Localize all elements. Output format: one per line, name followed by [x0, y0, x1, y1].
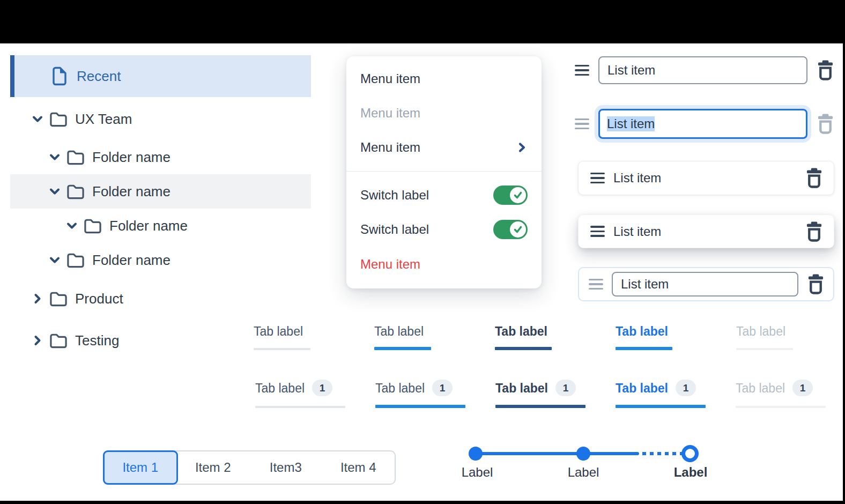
trash-icon[interactable]: [817, 60, 834, 80]
tree-item-product[interactable]: Product: [10, 281, 311, 316]
switch-label: Switch label: [360, 188, 429, 203]
trash-icon[interactable]: [805, 168, 823, 188]
stepper-label-3: Label: [664, 465, 717, 480]
tab-badge: 1: [792, 380, 813, 396]
tab-label: Tab label: [254, 323, 310, 339]
tab-badge: 1: [676, 380, 696, 396]
tab-underline: [374, 347, 431, 350]
tree-item-folder-4[interactable]: Folder name: [10, 243, 311, 277]
tree-item-label: Product: [75, 291, 123, 307]
segmented-item-label: Item3: [270, 460, 302, 475]
file-icon: [51, 66, 67, 86]
tree-item-label: Folder name: [92, 183, 171, 200]
drag-handle-icon[interactable]: [590, 173, 605, 184]
menu-item-2-disabled: Menu item: [346, 96, 542, 130]
tab-active-navy-badged[interactable]: Tab label 1: [495, 380, 585, 408]
tab-active-badged[interactable]: Tab label 1: [375, 380, 465, 408]
tree-item-ux-team[interactable]: UX Team: [10, 102, 311, 136]
menu-switch-row-2: Switch label: [346, 212, 542, 247]
tab-badge: 1: [432, 380, 453, 396]
stepper-dot-3-open[interactable]: [681, 445, 699, 462]
tree-item-label: Folder name: [92, 149, 171, 166]
chevron-down-icon[interactable]: [65, 219, 78, 232]
tab-label: Tab label: [255, 380, 305, 396]
stepper-dot-1[interactable]: [469, 447, 483, 461]
segmented-item-label: Item 2: [195, 460, 231, 475]
tree-item-recent[interactable]: Recent: [10, 55, 311, 97]
tree-item-folder-3[interactable]: Folder name: [10, 209, 311, 243]
menu-item-label: Menu item: [360, 257, 420, 272]
segmented-item-2[interactable]: Item 2: [177, 451, 250, 484]
tab-underline: [375, 405, 465, 408]
folder-icon: [84, 218, 102, 234]
tree-item-label: Folder name: [109, 218, 188, 234]
tab-active[interactable]: Tab label: [374, 323, 431, 350]
tree-item-folder-2[interactable]: Folder name: [10, 174, 311, 209]
trash-icon[interactable]: [817, 114, 834, 134]
segmented-item-3[interactable]: Item3: [249, 451, 322, 484]
tab-underline: [495, 347, 552, 350]
tab-underline: [616, 347, 672, 350]
list-item-input[interactable]: [612, 272, 798, 297]
folder-icon: [66, 183, 85, 200]
tab-underline: [736, 406, 826, 408]
menu-item-1[interactable]: Menu item: [346, 62, 542, 96]
tree-item-folder-1[interactable]: Folder name: [10, 140, 311, 174]
stepper-dot-2[interactable]: [576, 447, 590, 461]
drag-handle-icon[interactable]: [589, 279, 603, 290]
chevron-right-icon[interactable]: [31, 334, 44, 347]
drag-handle-icon[interactable]: [590, 226, 605, 237]
folder-icon: [49, 291, 68, 307]
tree-item-label: Folder name: [92, 252, 171, 269]
segmented-item-4[interactable]: Item 4: [322, 451, 395, 484]
switch-toggle-on[interactable]: [493, 220, 528, 239]
segmented-control: Item 1 Item 2 Item3 Item 4: [103, 450, 396, 485]
tabs-row-2: Tab label 1 Tab label 1 Tab label 1 Tab …: [255, 380, 826, 408]
trash-icon[interactable]: [807, 274, 825, 294]
menu-item-danger[interactable]: Menu item: [346, 247, 542, 282]
chevron-down-icon[interactable]: [48, 254, 61, 266]
switch-label: Switch label: [360, 222, 429, 237]
tab-active-primary-badged[interactable]: Tab label 1: [616, 380, 706, 408]
folder-icon: [49, 332, 68, 349]
tab-label: Tab label: [375, 380, 425, 396]
menu-item-3-submenu[interactable]: Menu item: [346, 130, 542, 165]
chevron-right-icon[interactable]: [31, 292, 44, 305]
folder-icon: [49, 111, 68, 128]
tree-item-label: Testing: [75, 332, 119, 349]
menu-item-label: Menu item: [360, 71, 420, 86]
tab-disabled: Tab label: [736, 323, 793, 350]
tab-inactive-badged[interactable]: Tab label 1: [255, 380, 345, 408]
stepper-label-2: Label: [557, 465, 610, 480]
chevron-down-icon[interactable]: [31, 113, 44, 125]
tabs-row-1: Tab label Tab label Tab label Tab label …: [254, 323, 793, 350]
tab-label: Tab label: [616, 323, 672, 339]
stepper-track-dotted: [642, 452, 682, 455]
tab-underline: [254, 348, 310, 350]
tab-active-primary[interactable]: Tab label: [616, 323, 672, 350]
tab-badge: 1: [555, 380, 576, 396]
tab-label: Tab label: [374, 323, 431, 339]
tab-active-navy[interactable]: Tab label: [495, 323, 552, 350]
list-item-row-4-dragging[interactable]: List item: [578, 214, 834, 248]
context-menu: Menu item Menu item Menu item Switch lab…: [346, 56, 542, 288]
tab-underline: [736, 348, 793, 350]
trash-icon[interactable]: [805, 221, 823, 242]
tab-underline: [495, 405, 585, 408]
list-item-row-3[interactable]: List item: [578, 161, 834, 195]
drag-handle-icon[interactable]: [575, 65, 589, 76]
drag-handle-icon[interactable]: [575, 118, 589, 130]
tab-label: Tab label: [495, 323, 552, 339]
tab-inactive[interactable]: Tab label: [254, 323, 310, 350]
list-item-input-focused[interactable]: List item: [598, 109, 807, 139]
switch-toggle-on[interactable]: [493, 186, 528, 205]
tab-label: Tab label: [736, 380, 785, 396]
tree-item-label: UX Team: [75, 111, 132, 128]
tab-label: Tab label: [616, 380, 668, 396]
list-item-input[interactable]: [598, 56, 807, 84]
tab-badge: 1: [312, 380, 332, 396]
chevron-down-icon[interactable]: [48, 185, 61, 198]
segmented-item-1-selected[interactable]: Item 1: [103, 450, 178, 485]
list-item-row-5[interactable]: [578, 267, 834, 301]
chevron-down-icon[interactable]: [48, 151, 61, 164]
